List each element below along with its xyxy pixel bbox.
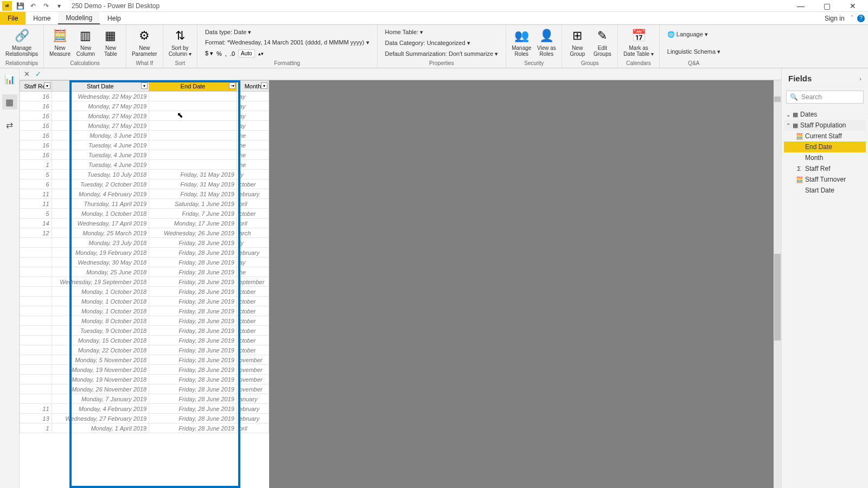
sort-icon: ⇅ xyxy=(171,27,189,44)
table-row[interactable]: 5Monday, 1 October 2018Friday, 7 June 20… xyxy=(20,209,269,219)
col-header-staffref[interactable]: Staff Ref▾ xyxy=(20,81,52,92)
table-row[interactable]: 11Thursday, 11 April 2019Saturday, 1 Jun… xyxy=(20,199,269,209)
vertical-scrollbar[interactable] xyxy=(774,80,781,488)
table-row[interactable]: 5Tuesday, 10 July 2018Friday, 31 May 201… xyxy=(20,170,269,179)
col-header-startdate[interactable]: Start Date▾ xyxy=(52,81,149,92)
new-column-button[interactable]: ▥New Column xyxy=(74,26,98,58)
redo-button[interactable]: ↷ xyxy=(41,1,51,11)
table-row[interactable]: Wednesday, 30 May 2018Friday, 28 June 20… xyxy=(20,258,269,267)
comma-button[interactable]: , xyxy=(225,50,227,57)
table-row[interactable]: 12Monday, 25 March 2019Wednesday, 26 Jun… xyxy=(20,228,269,238)
table-row[interactable]: 16Monday, 3 June 2019ne xyxy=(20,131,269,140)
table-row[interactable]: Monday, 1 October 2018Friday, 28 June 20… xyxy=(20,306,269,316)
col-header-month[interactable]: Month▾ xyxy=(237,81,269,92)
table-row[interactable]: 13Wednesday, 27 February 2019Friday, 28 … xyxy=(20,414,269,423)
help-icon[interactable]: ? xyxy=(857,15,865,22)
table-row[interactable]: Monday, 7 January 2019Friday, 28 June 20… xyxy=(20,394,269,404)
table-row[interactable]: Monday, 22 October 2018Friday, 28 June 2… xyxy=(20,345,269,355)
new-parameter-button[interactable]: ⚙New Parameter xyxy=(130,26,159,58)
decimal-button[interactable]: .0 xyxy=(230,50,235,57)
data-grid[interactable]: Staff Ref▾ Start Date▾ End Date↑▾ Month▾… xyxy=(20,80,269,488)
new-measure-button[interactable]: 🧮New Measure xyxy=(47,26,73,58)
minimize-button[interactable]: — xyxy=(790,1,812,11)
table-row[interactable]: Monday, 5 November 2018Friday, 28 June 2… xyxy=(20,355,269,365)
field-staff-turnover[interactable]: 🧮Staff Turnover xyxy=(784,174,866,185)
qat-more-button[interactable]: ▾ xyxy=(54,1,64,11)
table-row[interactable]: 14Wednesday, 17 April 2019Monday, 17 Jun… xyxy=(20,219,269,228)
currency-button[interactable]: $ ▾ xyxy=(205,50,213,57)
mark-date-table-button[interactable]: 📅Mark as Date Table ▾ xyxy=(621,26,655,58)
home-tab[interactable]: Home xyxy=(25,12,58,24)
model-view-button[interactable]: ⇄ xyxy=(2,117,17,132)
language-dropdown[interactable]: 🌐 Language ▾ xyxy=(667,31,720,38)
filter-icon[interactable]: ▾ xyxy=(44,82,50,89)
field-current-staff[interactable]: 🧮Current Staff xyxy=(784,131,866,142)
table-row[interactable]: 16Monday, 27 May 2019ay xyxy=(20,121,269,131)
collapse-ribbon-icon[interactable]: ˆ xyxy=(851,15,853,21)
new-group-button[interactable]: ⊞New Group xyxy=(565,26,589,58)
table-row[interactable]: Monday, 1 October 2018Friday, 28 June 20… xyxy=(20,287,269,297)
table-row[interactable]: Wednesday, 19 September 2018Friday, 28 J… xyxy=(20,277,269,287)
home-table-dropdown[interactable]: Home Table: ▾ xyxy=(385,29,499,36)
table-row[interactable]: Monday, 8 October 2018Friday, 28 June 20… xyxy=(20,316,269,326)
manage-roles-button[interactable]: 👥Manage Roles xyxy=(509,26,533,58)
chevron-down-icon: ⌄ xyxy=(786,112,790,118)
linguistic-schema-dropdown[interactable]: Linguistic Schema ▾ xyxy=(667,48,720,55)
signin-link[interactable]: Sign in xyxy=(825,15,851,22)
table-row[interactable]: 16Monday, 27 May 2019ay xyxy=(20,101,269,111)
close-button[interactable]: ✕ xyxy=(842,1,864,11)
table-row[interactable]: 16Tuesday, 4 June 2019ne xyxy=(20,150,269,160)
table-row[interactable]: 11Monday, 4 February 2019Friday, 31 May … xyxy=(20,189,269,199)
table-row[interactable]: Monday, 25 June 2018Friday, 28 June 2019… xyxy=(20,267,269,277)
filter-icon[interactable]: ▾ xyxy=(261,82,267,89)
table-staff-population[interactable]: ⌃ ▦ Staff Population xyxy=(784,120,866,131)
format-dropdown[interactable]: Format: *Wednesday, 14 March 2001 (dddd,… xyxy=(205,39,369,46)
cancel-formula-icon[interactable]: ✕ xyxy=(24,70,30,78)
table-row[interactable]: 16Tuesday, 4 June 2019ne xyxy=(20,140,269,150)
auto-decimals[interactable]: Auto xyxy=(238,49,255,57)
table-row[interactable]: Monday, 26 November 2018Friday, 28 June … xyxy=(20,384,269,394)
edit-groups-button[interactable]: ✎Edit Groups xyxy=(590,26,614,58)
table-row[interactable]: Monday, 19 November 2018Friday, 28 June … xyxy=(20,365,269,375)
modeling-tab[interactable]: Modeling xyxy=(58,12,100,24)
data-view-button[interactable]: ▦ xyxy=(2,94,17,110)
field-end-date[interactable]: End Date xyxy=(784,142,866,152)
sort-asc-icon[interactable]: ↑▾ xyxy=(229,82,235,89)
report-view-button[interactable]: 📊 xyxy=(2,72,17,87)
data-type-dropdown[interactable]: Data type: Date ▾ xyxy=(205,29,369,36)
file-tab[interactable]: File xyxy=(0,12,25,24)
sort-by-column-button[interactable]: ⇅Sort by Column ▾ xyxy=(167,26,194,58)
collapse-fields-icon[interactable]: › xyxy=(859,75,861,82)
maximize-button[interactable]: ▢ xyxy=(816,1,838,11)
data-category-dropdown[interactable]: Data Category: Uncategorized ▾ xyxy=(385,40,499,47)
help-tab[interactable]: Help xyxy=(100,12,129,24)
table-row[interactable]: 1Tuesday, 4 June 2019ne xyxy=(20,160,269,170)
table-row[interactable]: Tuesday, 9 October 2018Friday, 28 June 2… xyxy=(20,326,269,336)
filter-icon[interactable]: ▾ xyxy=(141,82,148,89)
table-row[interactable]: Monday, 23 July 2018Friday, 28 June 2019… xyxy=(20,238,269,248)
field-staff-ref[interactable]: ΣStaff Ref xyxy=(784,163,866,174)
field-month[interactable]: Month xyxy=(784,152,866,163)
undo-button[interactable]: ↶ xyxy=(28,1,38,11)
field-start-date[interactable]: Start Date xyxy=(784,185,866,196)
table-dates[interactable]: ⌄ ▦ Dates xyxy=(784,109,866,120)
table-row[interactable]: 1Monday, 1 April 2019Friday, 28 June 201… xyxy=(20,423,269,433)
fields-search-input[interactable]: 🔍 Search xyxy=(786,91,864,104)
decimals-stepper[interactable]: ▴▾ xyxy=(258,51,264,56)
table-row[interactable]: 11Monday, 4 February 2019Friday, 28 June… xyxy=(20,404,269,414)
table-row[interactable]: Monday, 15 October 2018Friday, 28 June 2… xyxy=(20,336,269,345)
table-row[interactable]: Monday, 19 February 2018Friday, 28 June … xyxy=(20,248,269,258)
save-button[interactable]: 💾 xyxy=(15,1,25,11)
table-row[interactable]: 16Monday, 27 May 2019ay xyxy=(20,111,269,121)
table-row[interactable]: Monday, 1 October 2018Friday, 28 June 20… xyxy=(20,297,269,306)
view-as-roles-button[interactable]: 👤View as Roles xyxy=(534,26,558,58)
commit-formula-icon[interactable]: ✓ xyxy=(35,70,41,78)
table-row[interactable]: 6Tuesday, 2 October 2018Friday, 31 May 2… xyxy=(20,179,269,189)
summarization-dropdown[interactable]: Default Summarization: Don't summarize ▾ xyxy=(385,50,499,57)
new-table-button[interactable]: ▦New Table xyxy=(99,26,123,58)
percent-button[interactable]: % xyxy=(216,50,222,57)
table-row[interactable]: 16Wednesday, 22 May 2019ay xyxy=(20,92,269,101)
manage-relationships-button[interactable]: 🔗 Manage Relationships xyxy=(3,26,40,58)
table-row[interactable]: Monday, 19 November 2018Friday, 28 June … xyxy=(20,375,269,384)
col-header-enddate[interactable]: End Date↑▾ xyxy=(149,81,237,92)
